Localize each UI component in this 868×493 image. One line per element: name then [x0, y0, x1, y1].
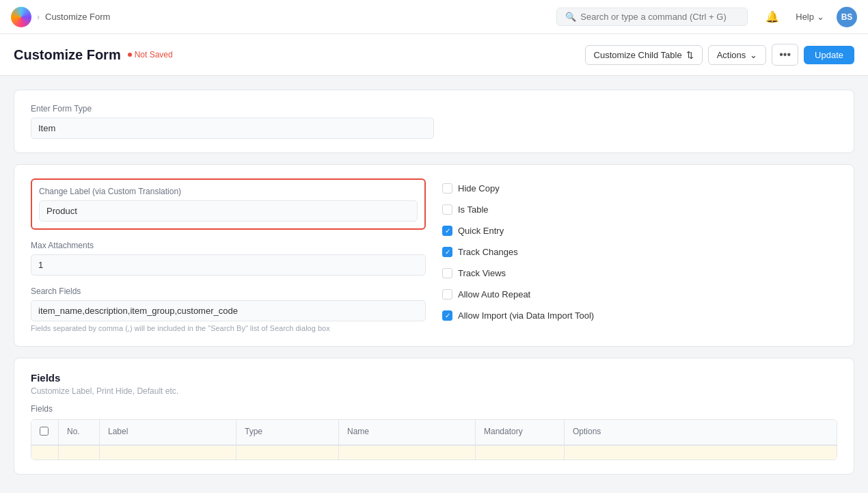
search-fields-hint: Fields separated by comma (,) will be in… [31, 324, 426, 332]
hide_copy-checkbox[interactable] [442, 183, 452, 194]
max-attachments-field: Max Attachments [31, 241, 426, 276]
track_changes-checkbox[interactable] [442, 247, 452, 257]
form-type-card: Enter Form Type [14, 90, 854, 153]
not-saved-badge: Not Saved [128, 50, 173, 59]
not-saved-dot [128, 53, 132, 57]
col-label: Label [100, 420, 236, 444]
quick_entry-checkbox[interactable] [442, 226, 452, 236]
search-fields-input[interactable] [31, 300, 426, 321]
checkbox-row-track_changes: Track Changes [442, 245, 837, 259]
change-label-label: Change Label (via Custom Translation) [39, 187, 418, 196]
allow_auto_repeat-label: Allow Auto Repeat [458, 289, 530, 299]
search-bar[interactable]: 🔍 [556, 8, 748, 26]
row-checkbox[interactable] [31, 446, 59, 459]
change-label-input[interactable] [39, 200, 418, 222]
main-content: Enter Form Type Change Label (via Custom… [0, 76, 868, 488]
search-fields-field: Search Fields Fields separated by comma … [31, 287, 426, 332]
track_changes-label: Track Changes [458, 247, 518, 257]
fields-table: No. Label Type Name Mandatory Options [31, 419, 837, 460]
row-no [59, 446, 100, 459]
checkbox-row-is_table: Is Table [442, 202, 837, 217]
select-all-checkbox[interactable] [40, 427, 49, 436]
track_views-checkbox[interactable] [442, 268, 452, 278]
search-fields-label: Search Fields [31, 287, 426, 296]
search-input[interactable] [580, 12, 739, 22]
left-column: Change Label (via Custom Translation) Ma… [31, 178, 426, 332]
table-row [31, 445, 837, 459]
checkbox-row-track_views: Track Views [442, 266, 837, 280]
checkbox-row-allow_auto_repeat: Allow Auto Repeat [442, 287, 837, 302]
fields-subtitle: Customize Label, Print Hide, Default etc… [31, 386, 837, 396]
hide_copy-label: Hide Copy [458, 183, 500, 194]
search-icon: 🔍 [565, 12, 576, 22]
header-actions: Customize Child Table ⇅ Actions ⌄ ••• Up… [585, 44, 854, 66]
notifications-button[interactable]: 🔔 [761, 6, 783, 28]
app-logo[interactable] [11, 7, 31, 27]
quick_entry-label: Quick Entry [458, 226, 504, 236]
fields-title: Fields [31, 372, 837, 384]
row-label [100, 446, 236, 459]
row-type [236, 446, 339, 459]
track_views-label: Track Views [458, 268, 506, 278]
actions-button[interactable]: Actions ⌄ [708, 45, 767, 65]
customize-child-table-button[interactable]: Customize Child Table ⇅ [585, 45, 703, 65]
is_table-label: Is Table [458, 204, 489, 215]
col-mandatory: Mandatory [476, 420, 565, 444]
is_table-checkbox[interactable] [442, 204, 452, 215]
allow_import-checkbox[interactable] [442, 310, 452, 321]
topnav: › Customize Form 🔍 🔔 Help ⌄ BS [0, 0, 868, 34]
form-type-input[interactable] [31, 118, 434, 139]
config-two-col: Change Label (via Custom Translation) Ma… [31, 178, 837, 332]
checkbox-row-allow_import: Allow Import (via Data Import Tool) [442, 308, 837, 323]
col-type: Type [236, 420, 339, 444]
table-header: No. Label Type Name Mandatory Options [31, 420, 837, 445]
form-type-label: Enter Form Type [31, 104, 837, 114]
allow_import-label: Allow Import (via Data Import Tool) [458, 310, 594, 321]
more-options-button[interactable]: ••• [772, 44, 798, 66]
page-title: Customize Form [14, 47, 121, 63]
update-button[interactable]: Update [804, 46, 854, 64]
right-column: Hide CopyIs TableQuick EntryTrack Change… [442, 178, 837, 332]
col-checkbox[interactable] [31, 420, 59, 444]
breadcrumb-text: Customize Form [45, 12, 110, 22]
checkbox-row-quick_entry: Quick Entry [442, 224, 837, 238]
sort-icon: ⇅ [686, 50, 694, 60]
max-attachments-input[interactable] [31, 254, 426, 276]
row-name [339, 446, 476, 459]
allow_auto_repeat-checkbox[interactable] [442, 289, 452, 299]
checkbox-row-hide_copy: Hide Copy [442, 181, 837, 196]
max-attachments-label: Max Attachments [31, 241, 426, 250]
row-mandatory [476, 446, 565, 459]
change-label-highlighted: Change Label (via Custom Translation) [31, 178, 426, 230]
fields-card: Fields Customize Label, Print Hide, Defa… [14, 358, 854, 475]
row-options [565, 446, 837, 459]
page-header: Customize Form Not Saved Customize Child… [0, 34, 868, 76]
col-no: No. [59, 420, 100, 444]
help-button[interactable]: Help ⌄ [789, 8, 831, 25]
breadcrumb-chevron: › [37, 12, 40, 22]
avatar[interactable]: BS [837, 7, 857, 27]
col-name: Name [339, 420, 476, 444]
col-options: Options [565, 420, 837, 444]
chevron-down-icon: ⌄ [817, 12, 824, 22]
fields-label: Fields [31, 404, 837, 414]
chevron-down-icon: ⌄ [750, 50, 757, 60]
config-card: Change Label (via Custom Translation) Ma… [14, 164, 854, 347]
